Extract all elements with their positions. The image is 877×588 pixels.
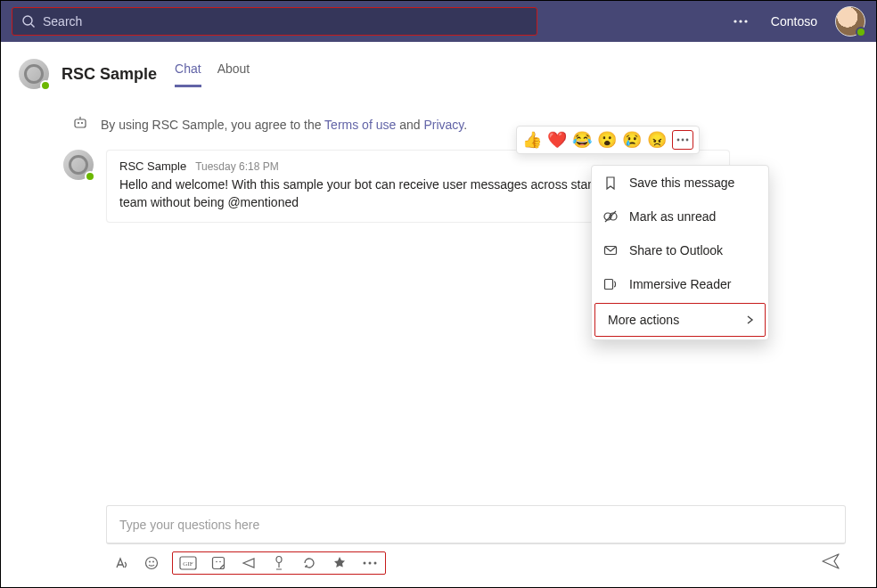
message-timestamp: Tuesday 6:18 PM [195, 160, 279, 173]
gif-icon[interactable]: GIF [178, 553, 198, 573]
reaction-sad-icon[interactable]: 😢 [622, 130, 642, 150]
menu-more-actions[interactable]: More actions [594, 303, 766, 337]
menu-label: Save this message [629, 176, 734, 190]
message-avatar [63, 150, 94, 180]
chat-title: RSC Sample [61, 65, 157, 84]
svg-rect-16 [605, 280, 613, 290]
send-button[interactable] [821, 552, 840, 574]
stream-icon[interactable] [269, 553, 289, 573]
extension-toolbar-group: GIF [172, 551, 386, 575]
compose-toolbar: GIF [106, 544, 846, 575]
search-icon [21, 14, 36, 29]
chat-avatar [19, 59, 49, 89]
svg-point-26 [364, 562, 366, 565]
compose-input[interactable] [106, 505, 846, 544]
svg-point-4 [744, 20, 747, 22]
reaction-laugh-icon[interactable]: 😂 [572, 130, 592, 150]
org-name-label: Contoso [771, 14, 817, 29]
search-box[interactable] [12, 7, 537, 36]
menu-mark-unread[interactable]: Mark as unread [592, 200, 768, 233]
bot-icon [72, 115, 88, 134]
svg-point-17 [146, 558, 158, 569]
svg-point-7 [81, 122, 83, 124]
svg-line-1 [31, 24, 35, 28]
notice-text: By using RSC Sample, you agree to the Te… [101, 118, 467, 132]
reaction-surprised-icon[interactable]: 😮 [597, 130, 617, 150]
chat-tabs: Chat About [175, 54, 250, 94]
extension-icon[interactable] [239, 553, 258, 573]
settings-more-icon[interactable] [728, 9, 753, 34]
svg-point-19 [152, 561, 154, 563]
menu-save-message[interactable]: Save this message [592, 166, 768, 200]
svg-point-6 [78, 122, 79, 124]
svg-point-10 [682, 139, 684, 142]
presence-indicator-icon [40, 80, 51, 91]
menu-share-outlook[interactable]: Share to Outlook [592, 233, 768, 267]
sticker-icon[interactable] [209, 553, 228, 573]
more-icon [676, 138, 689, 142]
svg-point-28 [374, 562, 377, 565]
chevron-right-icon [742, 314, 758, 325]
menu-label: Immersive Reader [629, 277, 731, 291]
bookmark-icon [602, 175, 619, 191]
reaction-angry-icon[interactable]: 😠 [647, 130, 667, 150]
reaction-like-icon[interactable]: 👍 [522, 130, 542, 150]
svg-point-27 [369, 562, 372, 565]
menu-immersive-reader[interactable]: Immersive Reader [592, 267, 768, 301]
svg-text:GIF: GIF [183, 560, 193, 568]
reaction-more-button[interactable] [672, 130, 693, 150]
svg-point-23 [216, 561, 217, 563]
svg-point-9 [677, 139, 680, 142]
reaction-bar: 👍 ❤️ 😂 😮 😢 😠 [516, 126, 700, 154]
svg-point-0 [23, 16, 32, 25]
svg-point-18 [149, 561, 151, 563]
svg-rect-22 [213, 558, 225, 569]
format-icon[interactable] [111, 553, 131, 573]
svg-point-11 [686, 139, 689, 142]
message-sender: RSC Sample [119, 159, 186, 173]
message-context-menu: Save this message Mark as unread Share t… [591, 165, 769, 340]
tab-about[interactable]: About [217, 61, 250, 87]
terms-link[interactable]: Terms of use [324, 118, 396, 132]
menu-label: Mark as unread [629, 209, 716, 224]
svg-point-2 [734, 20, 736, 22]
loop-icon[interactable] [299, 553, 319, 573]
svg-point-24 [219, 561, 221, 563]
presence-indicator-icon [856, 27, 866, 37]
svg-rect-5 [75, 119, 86, 127]
svg-point-25 [276, 557, 282, 563]
svg-point-3 [739, 20, 742, 22]
emoji-icon[interactable] [142, 553, 161, 573]
titlebar: Contoso [1, 1, 876, 42]
menu-label: More actions [606, 313, 679, 327]
tab-chat[interactable]: Chat [175, 61, 201, 87]
reaction-heart-icon[interactable]: ❤️ [547, 130, 567, 150]
search-input[interactable] [43, 14, 528, 29]
profile-avatar[interactable] [835, 6, 865, 37]
privacy-link[interactable]: Privacy [423, 118, 463, 132]
compose-area: GIF [106, 505, 846, 575]
unread-icon [602, 208, 619, 225]
presence-indicator-icon [85, 171, 95, 182]
mail-icon [602, 242, 619, 258]
reader-icon [602, 276, 619, 292]
approve-icon[interactable] [330, 553, 349, 573]
terms-notice: By using RSC Sample, you agree to the Te… [1, 94, 876, 143]
more-apps-icon[interactable] [360, 553, 380, 573]
menu-label: Share to Outlook [629, 243, 723, 257]
chat-header: RSC Sample Chat About [1, 42, 876, 94]
